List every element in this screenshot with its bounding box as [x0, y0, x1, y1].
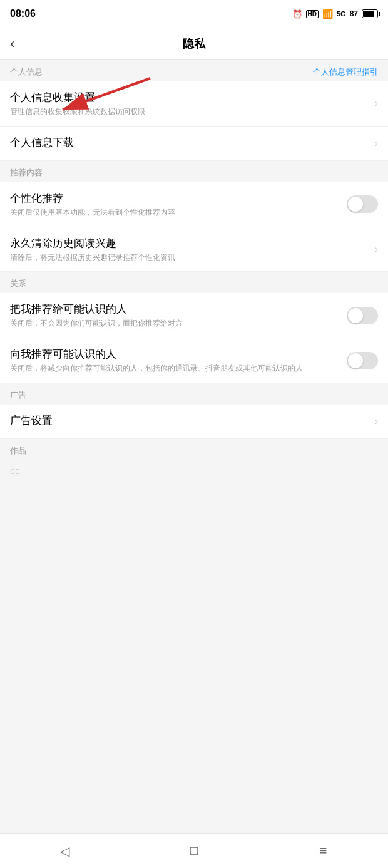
section-label-relations: 关系	[0, 272, 388, 293]
item-personalized[interactable]: 个性化推荐 关闭后仅使用基本功能，无法看到个性化推荐内容	[0, 182, 388, 227]
item-title: 个性化推荐	[10, 191, 339, 205]
item-title: 个人信息下载	[10, 135, 367, 150]
arrow-icon: ›	[375, 416, 378, 427]
section-label-text: 关系	[10, 278, 26, 289]
item-content: 广告设置	[10, 413, 375, 430]
section-ads: 广告 广告设置 ›	[0, 383, 388, 439]
section-personal-info: 个人信息 个人信息管理指引 个人信息收集设置 管理信息的收集权限和系统数据访问权…	[0, 60, 388, 161]
item-content: 个人信息收集设置 管理信息的收集权限和系统数据访问权限	[10, 90, 375, 117]
item-content: 个人信息下载	[10, 135, 375, 152]
item-clear-history[interactable]: 永久清除历史阅读兴趣 清除后，将无法根据历史兴趣记录推荐个性化资讯 ›	[0, 227, 388, 272]
toggle-recommend-others[interactable]	[347, 352, 378, 369]
item-download[interactable]: 个人信息下载 ›	[0, 127, 388, 161]
section-label-personal-info: 个人信息 个人信息管理指引	[0, 60, 388, 81]
toggle-personalized[interactable]	[347, 195, 378, 213]
section-label-text: 个人信息	[10, 66, 43, 78]
item-title: 把我推荐给可能认识的人	[10, 302, 339, 316]
item-desc: 管理信息的收集权限和系统数据访问权限	[10, 106, 367, 117]
toggle-recommend-me[interactable]	[347, 307, 378, 324]
alarm-icon: ⏰	[292, 9, 302, 19]
item-content: 把我推荐给可能认识的人 关闭后，不会因为你们可能认识，而把你推荐给对方	[10, 302, 347, 329]
signal-icon: 5G	[337, 10, 346, 18]
item-content: 向我推荐可能认识的人 关闭后，将减少向你推荐可能认识的人，包括你的通讯录、抖音朋…	[10, 347, 347, 374]
section-label-text: 推荐内容	[10, 167, 43, 178]
item-desc: 关闭后，不会因为你们可能认识，而把你推荐给对方	[10, 318, 339, 329]
battery-icon	[362, 9, 378, 18]
watermark-area: CE	[0, 460, 388, 485]
item-desc: 关闭后仅使用基本功能，无法看到个性化推荐内容	[10, 207, 339, 218]
hd-icon: HD	[306, 10, 319, 18]
section-works: 作品	[0, 439, 388, 460]
back-button[interactable]: ‹	[10, 36, 14, 52]
section-label-works: 作品	[0, 439, 388, 460]
status-bar: 08:06 ⏰ HD 📶 5G 87	[0, 0, 388, 28]
arrow-icon: ›	[375, 98, 378, 109]
nav-bar: ◁ □ ≡	[0, 833, 388, 868]
nav-home-button[interactable]: □	[178, 835, 210, 867]
status-time: 08:06	[10, 8, 36, 19]
item-title: 永久清除历史阅读兴趣	[10, 236, 367, 251]
personal-info-management-link[interactable]: 个人信息管理指引	[313, 66, 378, 78]
nav-menu-button[interactable]: ≡	[308, 835, 339, 867]
item-title: 广告设置	[10, 413, 367, 428]
header: ‹ 隐私	[0, 28, 388, 60]
section-label-text: 广告	[10, 390, 26, 401]
arrow-icon: ›	[375, 138, 378, 149]
arrow-icon: ›	[375, 244, 378, 255]
item-desc: 清除后，将无法根据历史兴趣记录推荐个性化资讯	[10, 252, 367, 263]
item-collection-settings[interactable]: 个人信息收集设置 管理信息的收集权限和系统数据访问权限 ›	[0, 81, 388, 127]
item-ad-settings[interactable]: 广告设置 ›	[0, 405, 388, 439]
section-label-text: 作品	[10, 445, 26, 457]
wifi-icon: 📶	[322, 9, 333, 19]
page-title: 隐私	[183, 36, 205, 51]
item-content: 永久清除历史阅读兴趣 清除后，将无法根据历史兴趣记录推荐个性化资讯	[10, 236, 375, 263]
item-title: 个人信息收集设置	[10, 90, 367, 105]
nav-back-button[interactable]: ◁	[49, 835, 80, 867]
section-relations: 关系 把我推荐给可能认识的人 关闭后，不会因为你们可能认识，而把你推荐给对方 向…	[0, 272, 388, 383]
watermark-text: CE	[10, 468, 19, 475]
status-icons: ⏰ HD 📶 5G 87	[292, 9, 379, 19]
battery-label: 87	[350, 9, 358, 18]
item-recommend-me[interactable]: 把我推荐给可能认识的人 关闭后，不会因为你们可能认识，而把你推荐给对方	[0, 293, 388, 338]
section-label-ads: 广告	[0, 383, 388, 405]
section-recommendation: 推荐内容 个性化推荐 关闭后仅使用基本功能，无法看到个性化推荐内容 永久清除历史…	[0, 161, 388, 272]
item-desc: 关闭后，将减少向你推荐可能认识的人，包括你的通讯录、抖音朋友或其他可能认识的人	[10, 363, 339, 374]
item-title: 向我推荐可能认识的人	[10, 347, 339, 361]
item-content: 个性化推荐 关闭后仅使用基本功能，无法看到个性化推荐内容	[10, 191, 347, 218]
item-recommend-others[interactable]: 向我推荐可能认识的人 关闭后，将减少向你推荐可能认识的人，包括你的通讯录、抖音朋…	[0, 338, 388, 383]
section-label-recommendation: 推荐内容	[0, 161, 388, 182]
